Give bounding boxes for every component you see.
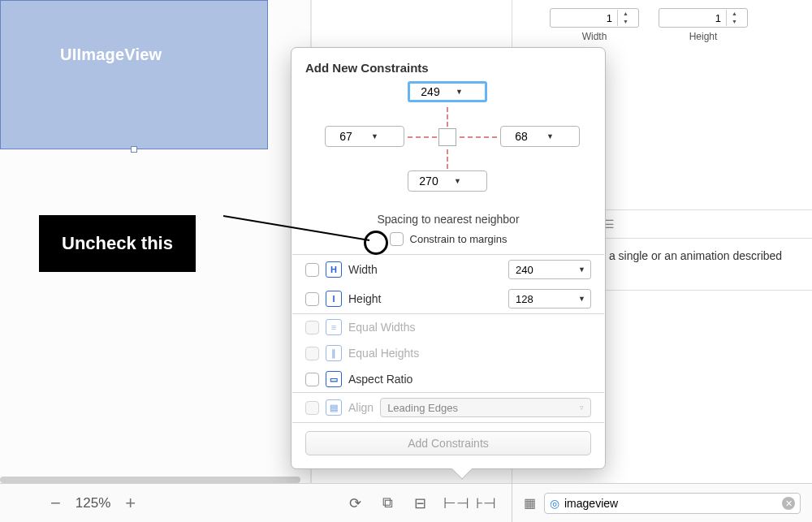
width-option-label: Width <box>348 263 378 276</box>
align-icon: ▤ <box>326 399 342 416</box>
height-constraint-icon: I <box>326 291 342 307</box>
width-value-field[interactable]: ▼ <box>508 260 591 279</box>
equal-heights-checkbox <box>305 347 319 360</box>
width-label: Width <box>582 31 607 42</box>
aspect-ratio-checkbox[interactable] <box>305 373 319 386</box>
embed-in-icon[interactable]: ⧉ <box>378 494 396 512</box>
top-strut[interactable] <box>447 107 448 127</box>
align-tool-icon[interactable]: ⊟ <box>411 494 429 512</box>
bottom-spacing-field[interactable]: ▼ <box>408 170 487 192</box>
constrain-margins-checkbox[interactable] <box>390 232 404 246</box>
trailing-strut[interactable] <box>460 136 497 138</box>
aspect-ratio-label: Aspect Ratio <box>348 373 412 386</box>
equal-heights-label: Equal Heights <box>348 347 419 360</box>
bottom-strut[interactable] <box>447 149 448 169</box>
zoom-in-button[interactable]: + <box>125 493 136 514</box>
library-search-input[interactable] <box>564 497 782 510</box>
add-constraints-button: Add Constraints <box>305 431 591 455</box>
align-checkbox <box>305 401 319 415</box>
aspect-ratio-icon: ▭ <box>326 371 342 387</box>
horizontal-scrollbar[interactable] <box>0 477 300 483</box>
align-select: Leading Edges▿ <box>380 398 591 417</box>
zoom-level[interactable]: 125% <box>76 495 110 511</box>
equal-widths-icon: ≡ <box>326 319 342 335</box>
leading-strut[interactable] <box>408 136 437 138</box>
clear-search-icon[interactable]: ✕ <box>782 497 795 510</box>
height-option-label: Height <box>348 292 381 305</box>
library-search[interactable]: ◎ ✕ <box>544 493 801 514</box>
resize-handle-bottom[interactable] <box>131 146 137 153</box>
pin-center-icon <box>438 128 456 146</box>
spacing-caption: Spacing to nearest neighbor <box>292 213 604 226</box>
height-label: Height <box>689 31 718 42</box>
constrain-margins-label: Constrain to margins <box>410 233 508 245</box>
bottom-toolbar: − 125% + ⟳ ⧉ ⊟ ⊢⊣ ⊦⊣ ▦ ◎ ✕ <box>0 483 812 522</box>
height-checkbox[interactable] <box>305 292 319 306</box>
zoom-out-button[interactable]: − <box>50 493 61 514</box>
top-spacing-field[interactable]: ▼ <box>408 81 487 102</box>
add-constraints-popover: Add New Constraints ▼ ▼ ▼ ▼ Spacing to n… <box>291 47 606 469</box>
uiimageview-element[interactable]: UIImageView <box>0 0 268 149</box>
equal-widths-checkbox <box>305 321 319 334</box>
height-stepper[interactable]: ▲▼ <box>659 8 748 28</box>
leading-spacing-field[interactable]: ▼ <box>325 126 404 147</box>
equal-heights-icon: ∥ <box>326 345 342 361</box>
width-checkbox[interactable] <box>305 263 319 277</box>
equal-widths-label: Equal Widths <box>348 321 415 334</box>
width-constraint-icon: H <box>326 261 342 278</box>
update-frames-icon[interactable]: ⟳ <box>346 494 364 512</box>
align-label: Align <box>348 401 374 414</box>
width-field[interactable] <box>551 12 617 24</box>
resolve-issues-icon[interactable]: ⊦⊣ <box>476 494 494 512</box>
search-target-icon: ◎ <box>550 497 559 510</box>
library-grid-icon[interactable]: ▦ <box>524 495 536 511</box>
trailing-spacing-field[interactable]: ▼ <box>500 126 580 147</box>
element-label: UIImageView <box>60 45 162 64</box>
pin-diagram: ▼ ▼ ▼ ▼ <box>292 80 604 211</box>
pin-tool-icon[interactable]: ⊢⊣ <box>443 494 461 512</box>
height-value-field[interactable]: ▼ <box>508 289 591 308</box>
width-stepper[interactable]: ▲▼ <box>550 8 639 28</box>
annotation-callout: Uncheck this <box>39 215 196 272</box>
popover-title: Add New Constraints <box>292 59 604 80</box>
height-field[interactable] <box>659 12 726 24</box>
